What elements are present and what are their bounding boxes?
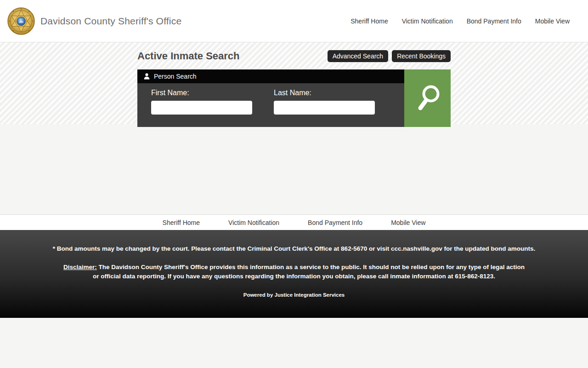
site-title: Davidson County Sheriff's Office xyxy=(40,16,181,27)
footer-nav-mobile-view[interactable]: Mobile View xyxy=(391,219,425,226)
powered-by-prefix: Powered by xyxy=(243,292,275,298)
person-search-panel-title: Person Search xyxy=(154,73,197,80)
recent-bookings-button[interactable]: Recent Bookings xyxy=(392,50,451,62)
disclaimer-body: The Davidson County Sheriff's Office pro… xyxy=(93,264,525,280)
top-nav-mobile-view[interactable]: Mobile View xyxy=(535,17,570,25)
page-title: Active Inmate Search xyxy=(137,50,240,62)
page-bottom-area xyxy=(0,318,588,368)
person-icon xyxy=(144,73,150,80)
footer-nav-victim-notification[interactable]: Victim Notification xyxy=(228,219,279,226)
top-nav-victim-notification[interactable]: Victim Notification xyxy=(402,17,453,25)
first-name-input[interactable] xyxy=(151,101,252,115)
footer-nav-bond-payment-info[interactable]: Bond Payment Info xyxy=(308,219,362,226)
disclaimer-text: Disclaimer: The Davidson County Sheriff'… xyxy=(63,263,525,281)
footer-nav-sheriff-home[interactable]: Sheriff Home xyxy=(163,219,200,226)
search-section: Active Inmate Search Advanced Search Rec… xyxy=(0,42,588,124)
bond-notice-text: * Bond amounts may be changed by the cou… xyxy=(0,244,588,253)
footer-nav: Sheriff Home Victim Notification Bond Pa… xyxy=(0,214,588,230)
powered-by: Powered by Justice Integration Services xyxy=(0,292,588,298)
first-name-label: First Name: xyxy=(151,89,252,97)
top-nav-bond-payment-info[interactable]: Bond Payment Info xyxy=(467,17,521,25)
last-name-input[interactable] xyxy=(274,101,375,115)
brand[interactable]: Davidson County Sheriff's Office xyxy=(7,7,181,35)
site-footer: * Bond amounts may be changed by the cou… xyxy=(0,230,588,318)
last-name-label: Last Name: xyxy=(274,89,375,97)
person-search-panel: Person Search First Name: Last Name: xyxy=(137,69,451,127)
site-header: Davidson County Sheriff's Office Sheriff… xyxy=(0,0,588,42)
top-nav: Sheriff Home Victim Notification Bond Pa… xyxy=(351,17,570,25)
advanced-search-button[interactable]: Advanced Search xyxy=(328,50,389,62)
disclaimer-label: Disclaimer: xyxy=(63,264,97,270)
magnifying-glass-icon xyxy=(415,84,441,113)
powered-by-link[interactable]: Justice Integration Services xyxy=(274,292,345,298)
content-area xyxy=(0,124,588,214)
search-submit-button[interactable] xyxy=(404,69,451,127)
top-nav-sheriff-home[interactable]: Sheriff Home xyxy=(351,17,388,25)
person-search-panel-header: Person Search xyxy=(137,69,404,83)
sheriff-badge-logo-icon xyxy=(7,7,35,35)
